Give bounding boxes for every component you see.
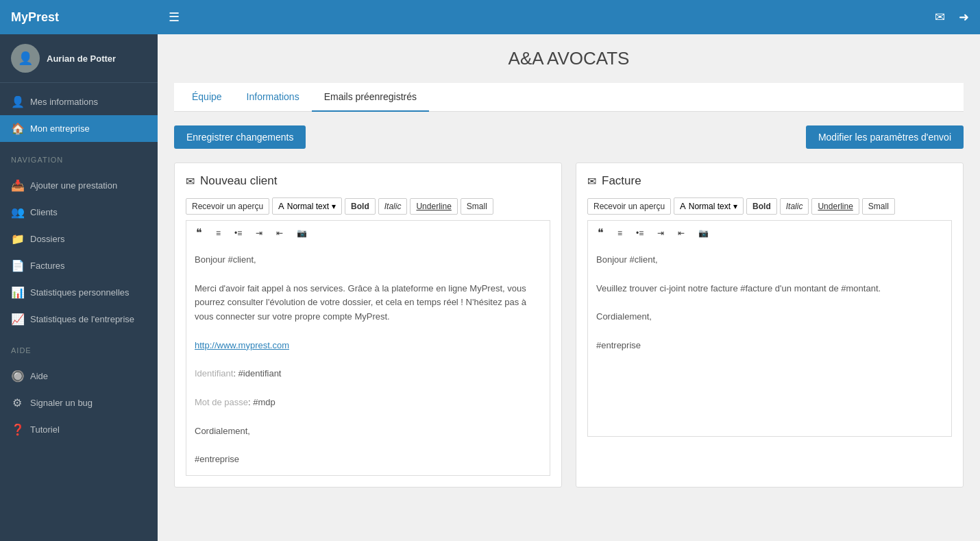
bold-btn-2[interactable]: Bold <box>746 198 777 215</box>
menu-icon[interactable]: ☰ <box>169 10 180 25</box>
tab-bar: Équipe Informations Emails préenregistré… <box>174 83 964 112</box>
home-icon: 🏠 <box>11 122 23 135</box>
editor-toolbar-icons-1: ❝ ≡ •≡ ⇥ ⇤ 📷 <box>186 220 550 245</box>
nav-section-label: NAVIGATION <box>0 147 158 167</box>
normal-text-dropdown-2[interactable]: A Normal text ▾ <box>674 197 744 215</box>
logout-icon[interactable]: ➜ <box>959 10 969 25</box>
small-btn-1[interactable]: Small <box>461 198 493 215</box>
sidebar-item-mes-informations[interactable]: 👤 Mes informations <box>0 88 158 115</box>
action-bar: Enregistrer changements Modifier les par… <box>174 125 964 149</box>
editor-toolbar-2: Recevoir un aperçu A Normal text ▾ Bold … <box>587 197 952 215</box>
sidebar-item-aide[interactable]: 🔘 Aide <box>0 363 158 389</box>
italic-btn-2[interactable]: Italic <box>780 198 809 215</box>
italic-btn-1[interactable]: Italic <box>378 198 408 215</box>
app-logo: MyPrest <box>0 0 158 34</box>
tutorial-icon: ❓ <box>11 423 23 436</box>
folder-icon: 📁 <box>11 232 23 245</box>
email-card-nouveau-client: ✉ Nouveau client Recevoir un aperçu A No… <box>174 163 562 488</box>
bug-icon: ⚙ <box>11 396 23 409</box>
sidebar-top-nav: 👤 Mes informations 🏠 Mon entreprise <box>0 83 158 147</box>
sidebar-item-mon-entreprise[interactable]: 🏠 Mon entreprise <box>0 115 158 142</box>
topbar-right: ✉ ➜ <box>935 10 969 25</box>
apercu-btn-2[interactable]: Recevoir un aperçu <box>587 198 671 215</box>
underline-btn-2[interactable]: Underline <box>811 198 859 215</box>
quote-btn-1[interactable]: ❝ <box>191 224 208 242</box>
download-icon: 📥 <box>11 179 23 192</box>
stats-icon: 📊 <box>11 286 23 299</box>
list-ul-btn-2[interactable]: •≡ <box>630 226 649 241</box>
bold-btn-1[interactable]: Bold <box>345 198 376 215</box>
main-content: ☰ ✉ ➜ A&A AVOCATS Équipe Informations Em… <box>158 0 980 541</box>
sidebar-item-factures[interactable]: 📄 Factures <box>0 252 158 279</box>
sidebar-main-nav: 📥 Ajouter une prestation 👥 Clients 📁 Dos… <box>0 167 158 338</box>
chart-icon: 📈 <box>11 313 23 326</box>
chevron-down-icon: ▾ <box>332 202 336 211</box>
tab-equipe[interactable]: Équipe <box>180 83 234 112</box>
sidebar-item-stats-entreprise[interactable]: 📈 Statistiques de l'entreprise <box>0 306 158 333</box>
small-btn-2[interactable]: Small <box>862 198 895 215</box>
list-ol-btn-2[interactable]: ≡ <box>612 226 628 241</box>
topbar: ☰ ✉ ➜ <box>158 0 980 34</box>
envelope-icon-2: ✉ <box>587 175 596 188</box>
outdent-btn-1[interactable]: ⇤ <box>271 226 289 241</box>
image-btn-1[interactable]: 📷 <box>291 226 313 241</box>
page-title: A&A AVOCATS <box>174 48 964 69</box>
email-cards: ✉ Nouveau client Recevoir un aperçu A No… <box>174 163 964 488</box>
sidebar-item-ajouter-prestation[interactable]: 📥 Ajouter une prestation <box>0 172 158 199</box>
editor-area-1[interactable]: Bonjour #client, Merci d'avoir fait appe… <box>186 245 550 476</box>
aide-section-label: AIDE <box>0 338 158 357</box>
apercu-btn-1[interactable]: Recevoir un aperçu <box>186 198 269 215</box>
tab-emails-preenregistres[interactable]: Emails préenregistrés <box>312 83 429 112</box>
invoice-icon: 📄 <box>11 259 23 272</box>
help-icon: 🔘 <box>11 370 23 383</box>
user-profile: 👤 Aurian de Potter <box>0 34 158 83</box>
avatar: 👤 <box>11 44 40 73</box>
clients-icon: 👥 <box>11 206 23 219</box>
chevron-down-icon-2: ▾ <box>733 202 737 211</box>
topbar-left: ☰ <box>169 10 180 25</box>
username: Aurian de Potter <box>47 53 116 64</box>
sidebar-item-signaler-bug[interactable]: ⚙ Signaler un bug <box>0 389 158 416</box>
card-title-facture: ✉ Facture <box>587 174 952 188</box>
card-title-nouveau-client: ✉ Nouveau client <box>186 174 550 188</box>
mail-icon[interactable]: ✉ <box>935 10 945 25</box>
list-ol-btn-1[interactable]: ≡ <box>210 226 226 241</box>
save-button[interactable]: Enregistrer changements <box>174 125 306 149</box>
editor-toolbar-icons-2: ❝ ≡ •≡ ⇥ ⇤ 📷 <box>587 220 952 245</box>
tab-informations[interactable]: Informations <box>234 83 312 112</box>
user-icon: 👤 <box>11 95 23 108</box>
indent-btn-1[interactable]: ⇥ <box>250 226 268 241</box>
quote-btn-2[interactable]: ❝ <box>592 224 609 242</box>
sidebar-item-dossiers[interactable]: 📁 Dossiers <box>0 226 158 252</box>
sidebar-item-tutoriel[interactable]: ❓ Tutoriel <box>0 416 158 443</box>
editor-area-2[interactable]: Bonjour #client, Veuillez trouver ci-joi… <box>587 245 952 437</box>
indent-btn-2[interactable]: ⇥ <box>652 226 670 241</box>
envelope-icon-1: ✉ <box>186 175 195 188</box>
editor-toolbar-1: Recevoir un aperçu A Normal text ▾ Bold … <box>186 197 550 215</box>
sidebar: MyPrest 👤 Aurian de Potter 👤 Mes informa… <box>0 0 158 541</box>
sidebar-item-clients[interactable]: 👥 Clients <box>0 199 158 226</box>
page-area: A&A AVOCATS Équipe Informations Emails p… <box>158 34 980 541</box>
sidebar-item-stats-perso[interactable]: 📊 Statistiques personnelles <box>0 279 158 306</box>
list-ul-btn-1[interactable]: •≡ <box>229 226 247 241</box>
outdent-btn-2[interactable]: ⇤ <box>672 226 690 241</box>
image-btn-2[interactable]: 📷 <box>693 226 714 241</box>
sidebar-aide-nav: 🔘 Aide ⚙ Signaler un bug ❓ Tutoriel <box>0 357 158 448</box>
normal-text-dropdown-1[interactable]: A Normal text ▾ <box>272 197 342 215</box>
email-card-facture: ✉ Facture Recevoir un aperçu A Normal te… <box>576 163 964 488</box>
modify-params-button[interactable]: Modifier les paramètres d'envoi <box>806 125 964 149</box>
underline-btn-1[interactable]: Underline <box>410 198 457 215</box>
